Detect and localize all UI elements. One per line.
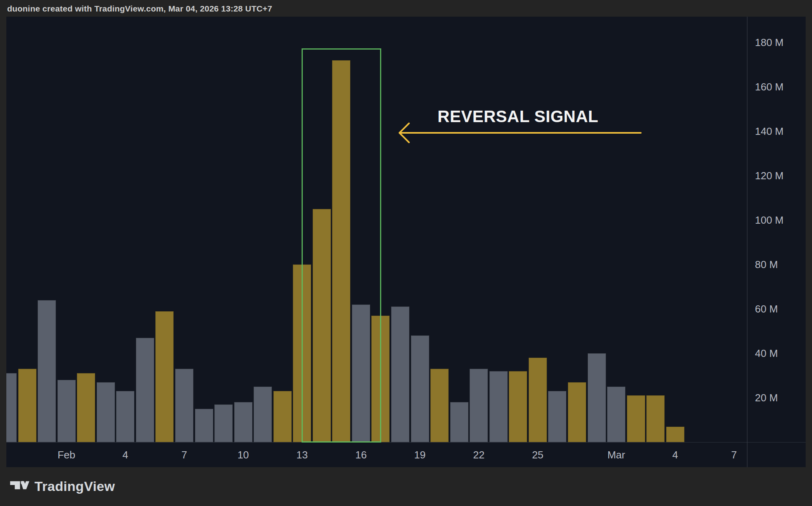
volume-bar-Feb-12[interactable] [273,391,292,442]
volume-bar-Feb-27[interactable] [568,382,586,442]
volume-bar-Feb-23[interactable] [489,371,508,442]
x-tick-Mar: Mar [608,449,625,460]
x-tick-19: 19 [414,449,426,460]
x-tick-7: 7 [182,449,187,460]
volume-bar-Feb-11[interactable] [254,387,272,442]
volume-bar-Mar-1[interactable] [607,387,625,442]
y-tick-80: 80 M [755,259,778,270]
volume-bar-Feb-22[interactable] [470,369,488,442]
x-axis-line [6,442,806,443]
attribution-text: duonine created with TradingView.com, Ma… [7,3,272,15]
volume-bar-Feb-24[interactable] [509,371,527,442]
volume-bar-Feb-26[interactable] [548,391,566,442]
volume-bar-Feb-25[interactable] [529,358,547,442]
reversal-signal-label: REVERSAL SIGNAL [438,107,598,126]
x-tick-7: 7 [731,449,737,460]
volume-bar-Jan-29[interactable] [6,373,17,442]
volume-bar-Jan-31[interactable] [38,300,56,442]
x-tick-4: 4 [122,449,128,460]
volume-bar-Feb-7[interactable] [175,369,193,442]
volume-bar-Feb-4[interactable] [116,391,134,442]
volume-bar-Mar-3[interactable] [646,395,665,442]
x-tick-Feb: Feb [57,449,75,460]
volume-bar-Feb-5[interactable] [136,338,154,442]
volume-bar-Feb-18[interactable] [391,307,409,442]
volume-bar-Feb-19[interactable] [411,335,429,442]
volume-bar-Feb-20[interactable] [430,369,449,442]
x-tick-25: 25 [532,449,543,460]
y-tick-20: 20 M [755,393,778,403]
y-tick-160: 160 M [755,82,783,92]
y-tick-180: 180 M [755,37,783,48]
plot-area[interactable] [6,17,747,442]
volume-bar-Mar-2[interactable] [627,395,645,442]
volume-bar-Feb-16[interactable] [352,305,370,442]
tradingview-volume-chart: duonine created with TradingView.com, Ma… [0,0,812,506]
volume-bar-Feb-1[interactable] [57,380,76,442]
volume-bar-Jan-30[interactable] [18,369,36,442]
volume-bar-Feb-14[interactable] [313,209,331,442]
tradingview-brand-text: TradingView [34,479,115,494]
volume-bar-Feb-8[interactable] [195,409,213,442]
volume-bar-Feb-15[interactable] [332,60,350,442]
volume-bar-Mar-4[interactable] [666,427,684,442]
volume-bar-Feb-2[interactable] [77,373,95,442]
volume-bar-Feb-13[interactable] [293,264,311,442]
y-axis-separator-line [747,17,747,467]
volume-bar-Feb-28[interactable] [588,353,606,442]
x-tick-16: 16 [355,449,367,460]
y-tick-120: 120 M [755,171,783,181]
volume-bar-Feb-10[interactable] [234,402,252,442]
x-tick-13: 13 [296,449,308,460]
volume-bar-Feb-6[interactable] [155,311,174,442]
volume-bar-Feb-3[interactable] [97,382,115,442]
volume-bar-Feb-17[interactable] [371,316,390,442]
x-tick-4: 4 [672,449,678,460]
tradingview-brand: TradingView [10,477,115,495]
volume-bar-Feb-9[interactable] [214,404,233,442]
volume-bar-Feb-21[interactable] [450,402,468,442]
y-tick-60: 60 M [755,304,778,314]
y-tick-140: 140 M [755,126,783,136]
x-tick-10: 10 [237,449,249,460]
x-tick-22: 22 [473,449,485,460]
y-tick-100: 100 M [755,215,783,225]
tradingview-logo-icon [10,479,29,493]
y-tick-40: 40 M [755,348,778,358]
